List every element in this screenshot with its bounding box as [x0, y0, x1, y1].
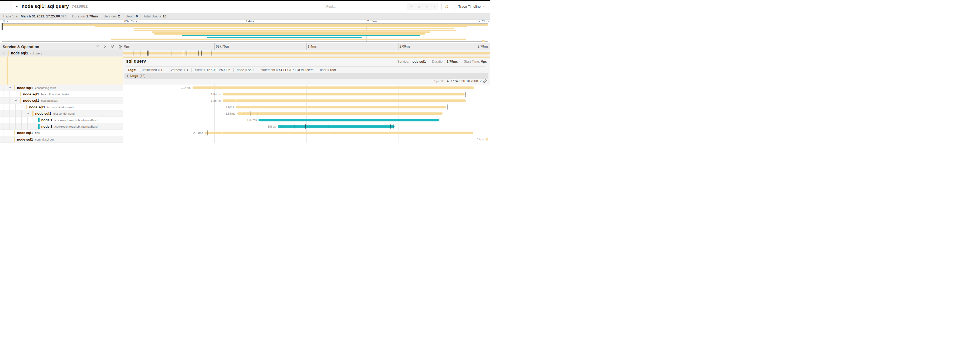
span-bar-row[interactable]: 1.37ms [123, 117, 490, 123]
tree-indent-guide [15, 110, 16, 117]
span-bar-row[interactable]: 1.6ms [123, 104, 490, 110]
span-expander-icon[interactable] [27, 112, 30, 115]
tree-indent-guide [15, 117, 16, 123]
span-bar[interactable] [223, 99, 466, 102]
log-marker-tick [390, 124, 391, 129]
find-input[interactable] [326, 4, 404, 9]
span-bar-row[interactable]: 1.56ms [123, 110, 490, 117]
span-expander-icon[interactable] [21, 106, 24, 108]
span-duration-label: 1.37ms [233, 118, 257, 122]
chevron-down-icon: ∨ [483, 5, 484, 8]
span-expander-icon[interactable] [2, 51, 5, 54]
back-button[interactable]: ← [0, 1, 12, 12]
span-tree-row[interactable]: node sql1colbatchscan [0, 98, 123, 104]
span-bar-row[interactable]: 1.84ms [123, 91, 490, 97]
operation-name-label: consuming rows [35, 86, 56, 89]
log-marker-tick [189, 51, 189, 56]
collapse-trace-header-icon[interactable] [15, 5, 19, 8]
span-bar[interactable] [205, 131, 473, 134]
span-tree-row[interactable]: node sql1commit sql txn [0, 136, 123, 142]
span-tree-row[interactable]: node sql1txn coordinator send [0, 104, 123, 110]
log-marker-tick [188, 51, 188, 56]
span-bar[interactable] [236, 106, 446, 109]
tree-indent-guide [3, 85, 3, 91]
span-bar-row[interactable]: 2.04ms [123, 130, 490, 136]
span-tree-row[interactable]: node 1/cockroach.roachpb.Internal/Batch [0, 123, 123, 130]
span-bar[interactable] [258, 118, 439, 121]
detail-divider [126, 66, 485, 67]
log-marker-tick [301, 124, 301, 129]
span-bar[interactable] [278, 125, 395, 128]
back-arrow-icon: ← [3, 3, 8, 9]
locate-span-icon[interactable]: ◎ [410, 5, 412, 8]
log-marker-tick [146, 51, 146, 56]
page-title: node sql1: sql query [22, 4, 69, 9]
service-color-bar [14, 137, 15, 141]
span-tree-row[interactable]: node sql1batch flow coordinator [0, 91, 123, 97]
service-name-label: node sql1commit sql txn [17, 137, 54, 141]
log-marker-tick [466, 92, 466, 97]
log-marker-tick [186, 51, 187, 56]
trace-view-dropdown[interactable]: Trace Timeline ∨ [454, 3, 488, 10]
span-tree-row[interactable]: node sql1sql query [0, 50, 123, 56]
deep-link-icon[interactable] [483, 79, 487, 83]
clear-search-icon[interactable]: × [433, 5, 436, 8]
prev-result-icon[interactable]: ∧ [418, 5, 420, 8]
span-tree-row[interactable]: node sql1dist sender send [0, 110, 123, 117]
log-marker-tick [236, 98, 236, 103]
span-duration-label: 2.04ms [179, 131, 203, 134]
service-color-bar [14, 85, 15, 90]
span-bar[interactable] [123, 52, 490, 54]
span-bar-row[interactable]: 1.85ms [123, 98, 490, 104]
log-marker-tick [474, 130, 474, 135]
log-marker-tick [147, 51, 148, 56]
column-resizer-grip[interactable] [119, 46, 121, 50]
span-bar[interactable] [237, 112, 443, 115]
service-color-bar [38, 124, 40, 128]
duration-label: Duration: [432, 60, 445, 63]
service-color-bar [14, 131, 15, 135]
tag-item: _unfinished=1 [140, 68, 162, 72]
span-tree-row[interactable]: node 1/cockroach.roachpb.Internal/Batch [0, 117, 123, 123]
tree-indent-guide [15, 104, 16, 110]
keyboard-shortcuts-button[interactable]: ⌘ [441, 3, 451, 10]
tags-row[interactable]: › Tags: _unfinished=1_verbose=1client=12… [124, 68, 336, 72]
next-result-icon[interactable]: ∨ [426, 5, 428, 8]
log-marker-tick [183, 51, 183, 56]
span-expander-icon[interactable] [14, 99, 18, 102]
span-bar[interactable] [485, 138, 488, 141]
span-bar-row[interactable]: 14μs [123, 136, 490, 142]
expand-one-icon[interactable] [103, 45, 107, 48]
timeline-minimap[interactable] [2, 23, 488, 42]
span-bar-row[interactable]: 2.14ms [123, 85, 490, 91]
span-bar-row[interactable]: 886μs [123, 123, 490, 130]
tree-indent-guide [21, 123, 22, 129]
log-marker-tick [185, 51, 186, 56]
operation-name-label: /cockroach.roachpb.Internal/Batch [54, 118, 99, 122]
collapse-one-icon[interactable] [95, 45, 99, 48]
collapse-all-icon[interactable] [111, 45, 115, 48]
span-detail-title: sql query [126, 59, 146, 64]
span-bar-row[interactable] [123, 50, 490, 56]
minimap-span-bar [2, 24, 488, 26]
log-marker-tick [447, 105, 447, 110]
service-color-bar [20, 98, 21, 103]
span-expander-icon[interactable] [8, 86, 11, 89]
span-tree-row[interactable]: node sql1consuming rows [0, 85, 123, 91]
start-time-label: Start Time: [464, 60, 480, 63]
operation-name-label: sql query [30, 52, 42, 55]
operation-name-label: commit sql txn [35, 138, 54, 141]
operation-name-label: txn coordinator send [47, 106, 73, 109]
selected-span-color-bar [6, 56, 8, 85]
span-bar[interactable] [192, 86, 474, 89]
logs-row[interactable]: › Logs (18) [124, 73, 488, 79]
minimap-tick-label: 2.09ms [368, 19, 377, 23]
tree-indent-guide [27, 117, 28, 123]
minimap-scrubber-handle[interactable] [2, 23, 3, 30]
trace-info-bar: Trace StartMarch 31 2022, 17:25:09.326Du… [0, 13, 490, 19]
span-bar[interactable] [223, 93, 465, 96]
log-marker-tick [207, 130, 208, 135]
minimap-span-bar [134, 30, 456, 31]
span-tree-row[interactable]: node sql1flow [0, 130, 123, 136]
service-operation-header: Service & Operation [3, 45, 39, 49]
